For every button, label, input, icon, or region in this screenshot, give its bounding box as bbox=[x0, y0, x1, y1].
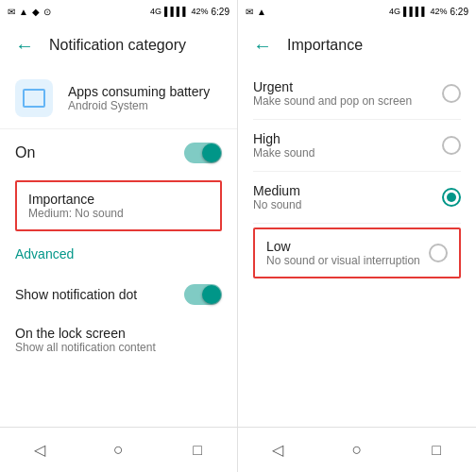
option-urgent-sub: Make sound and pop on screen bbox=[253, 94, 412, 108]
notification-dot-toggle[interactable] bbox=[184, 284, 222, 305]
option-high-label: High bbox=[253, 131, 314, 146]
option-urgent[interactable]: Urgent Make sound and pop on screen bbox=[238, 68, 476, 119]
app-icon-shape bbox=[23, 89, 45, 108]
option-urgent-radio[interactable] bbox=[442, 84, 461, 103]
status-icons-left: ✉ ▲ ◆ ⊙ bbox=[8, 7, 51, 17]
left-panel: ✉ ▲ ◆ ⊙ 4G ▌▌▌▌ 42% 6:29 ← Notification … bbox=[0, 0, 238, 472]
option-low-box[interactable]: Low No sound or visual interruption bbox=[253, 228, 461, 278]
msg-icon-right: ✉ bbox=[246, 7, 253, 17]
status-bar-left: ✉ ▲ ◆ ⊙ 4G ▌▌▌▌ 42% 6:29 bbox=[0, 0, 237, 23]
advanced-link[interactable]: Advanced bbox=[0, 235, 237, 273]
battery-label-right: 42% bbox=[431, 7, 448, 16]
home-nav-left[interactable]: ○ bbox=[94, 431, 142, 469]
msg-icon: ✉ bbox=[8, 7, 15, 17]
right-panel: ✉ ▲ 4G ▌▌▌▌ 42% 6:29 ← Importance Urgent… bbox=[238, 0, 476, 472]
notification-dot-label: Show notification dot bbox=[15, 287, 137, 302]
notification-dot-thumb bbox=[202, 285, 221, 304]
home-nav-icon-left: ○ bbox=[113, 440, 124, 460]
bluetooth-icon: ◆ bbox=[32, 7, 40, 17]
importance-options: Urgent Make sound and pop on screen High… bbox=[238, 68, 476, 282]
on-setting-row: On bbox=[0, 129, 237, 177]
option-low-sub: No sound or visual interruption bbox=[266, 254, 420, 267]
importance-sub: Medium: No sound bbox=[28, 207, 209, 220]
nfc-icon: ⊙ bbox=[43, 7, 51, 17]
back-nav-icon-left: ◁ bbox=[34, 441, 45, 459]
spacer-left bbox=[0, 363, 237, 427]
back-button-right[interactable]: ← bbox=[253, 35, 272, 57]
option-urgent-label: Urgent bbox=[253, 79, 412, 94]
option-high[interactable]: High Make sound bbox=[238, 120, 476, 171]
bottom-nav-left: ◁ ○ □ bbox=[0, 427, 237, 472]
app-sub: Android System bbox=[68, 99, 210, 112]
page-title-left: Notification category bbox=[49, 37, 222, 54]
option-urgent-text: Urgent Make sound and pop on screen bbox=[253, 79, 412, 108]
top-bar-left: ← Notification category bbox=[0, 23, 237, 68]
recents-nav-icon-left: □ bbox=[193, 442, 202, 459]
back-nav-left[interactable]: ◁ bbox=[16, 431, 63, 469]
spacer-right bbox=[238, 282, 476, 427]
on-toggle[interactable] bbox=[184, 143, 222, 163]
home-nav-icon-right: ○ bbox=[352, 440, 363, 460]
recents-nav-left[interactable]: □ bbox=[174, 431, 221, 469]
app-info: Apps consuming battery Android System bbox=[68, 84, 210, 112]
home-nav-right[interactable]: ○ bbox=[333, 431, 381, 469]
signal-label-right: 4G bbox=[389, 7, 400, 16]
time-label: 6:29 bbox=[212, 7, 230, 17]
on-label: On bbox=[15, 144, 35, 161]
option-high-radio[interactable] bbox=[442, 136, 461, 155]
app-icon bbox=[15, 79, 53, 117]
status-bar-right: ✉ ▲ 4G ▌▌▌▌ 42% 6:29 bbox=[238, 0, 476, 23]
wifi-icon: ▲ bbox=[19, 7, 28, 17]
signal-bars: ▌▌▌▌ bbox=[164, 7, 189, 16]
option-low-radio[interactable] bbox=[429, 244, 448, 262]
option-medium[interactable]: Medium No sound bbox=[238, 172, 476, 223]
option-high-sub: Make sound bbox=[253, 146, 314, 160]
divider-3 bbox=[253, 223, 461, 224]
notification-dot-row: Show notification dot bbox=[0, 273, 237, 316]
option-low-label: Low bbox=[266, 239, 420, 254]
status-right-right: 4G ▌▌▌▌ 42% 6:29 bbox=[389, 7, 468, 17]
option-low-text: Low No sound or visual interruption bbox=[266, 239, 420, 267]
importance-box[interactable]: Importance Medium: No sound bbox=[15, 180, 222, 231]
lock-screen-row[interactable]: On the lock screen Show all notification… bbox=[0, 316, 237, 363]
option-high-text: High Make sound bbox=[253, 131, 314, 160]
page-title-right: Importance bbox=[287, 37, 461, 54]
recents-nav-icon-right: □ bbox=[432, 442, 441, 459]
app-item: Apps consuming battery Android System bbox=[0, 68, 237, 129]
status-icons-right-left: ✉ ▲ bbox=[246, 7, 266, 17]
time-label-right: 6:29 bbox=[450, 7, 468, 17]
option-medium-radio[interactable] bbox=[442, 188, 461, 207]
battery-label: 42% bbox=[192, 7, 209, 16]
back-nav-icon-right: ◁ bbox=[272, 441, 283, 459]
option-medium-label: Medium bbox=[253, 183, 301, 198]
lock-screen-title: On the lock screen bbox=[15, 326, 222, 341]
signal-label: 4G bbox=[150, 7, 162, 16]
status-right: 4G ▌▌▌▌ 42% 6:29 bbox=[150, 7, 230, 17]
importance-title: Importance bbox=[28, 192, 209, 207]
recents-nav-right[interactable]: □ bbox=[413, 431, 460, 469]
back-nav-right[interactable]: ◁ bbox=[254, 431, 301, 469]
lock-screen-sub: Show all notification content bbox=[15, 341, 222, 354]
back-button-left[interactable]: ← bbox=[15, 35, 34, 57]
signal-bars-right: ▌▌▌▌ bbox=[403, 7, 428, 16]
bottom-nav-right: ◁ ○ □ bbox=[238, 427, 476, 472]
app-name: Apps consuming battery bbox=[68, 84, 210, 99]
option-medium-text: Medium No sound bbox=[253, 183, 301, 211]
toggle-thumb bbox=[202, 143, 221, 162]
option-medium-sub: No sound bbox=[253, 198, 301, 211]
wifi-icon-right: ▲ bbox=[257, 7, 266, 17]
top-bar-right: ← Importance bbox=[238, 23, 476, 68]
